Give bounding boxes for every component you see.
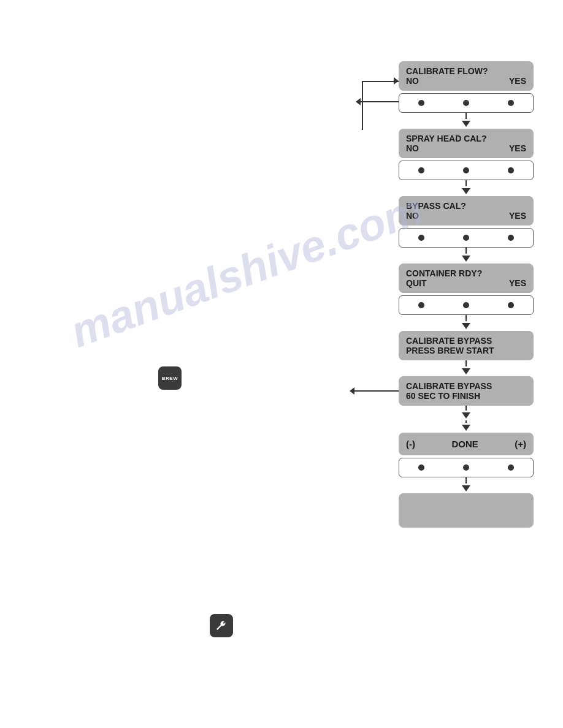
btn-dot — [508, 100, 514, 106]
calibrate-bypass-60-line2: 60 SEC TO FINISH — [406, 391, 480, 401]
arrow-down-2 — [462, 425, 470, 431]
bypass-cal-no: NO — [406, 211, 419, 221]
calibrate-bypass-press-line2: PRESS BREW START — [406, 346, 494, 355]
btn-dot — [418, 100, 424, 106]
connector — [462, 180, 470, 196]
container-rdy-title: CONTAINER RDY? — [406, 268, 482, 278]
btn-dot — [508, 235, 514, 241]
arrow-down — [462, 121, 470, 127]
btn-row-bypass-cal — [399, 228, 534, 248]
calibrate-bypass-60-line1: CALIBRATE BYPASS — [406, 381, 492, 391]
btn-dot — [508, 167, 514, 173]
btn-row-spray-head — [399, 161, 534, 180]
arrow-down — [462, 412, 470, 419]
btn-dot — [463, 464, 469, 471]
calibrate-flow-yes: YES — [509, 76, 526, 86]
container-rdy-quit: QUIT — [406, 278, 426, 288]
btn-row-container-rdy — [399, 295, 534, 315]
spray-head-cal-no: NO — [406, 143, 419, 153]
calibrate-bypass-60-box: CALIBRATE BYPASS 60 SEC TO FINISH — [399, 376, 534, 406]
btn-dot — [463, 235, 469, 241]
btn-dot — [418, 464, 424, 471]
btn-dot — [463, 302, 469, 308]
btn-dot — [508, 464, 514, 471]
arrow-down — [462, 368, 470, 374]
bottom-gray-box — [399, 493, 534, 528]
calibrate-flow-box: CALIBRATE FLOW? NO YES — [399, 61, 534, 91]
btn-row-done — [399, 458, 534, 477]
flowchart: CALIBRATE FLOW? NO YES SPRAY HEAD CAL? N… — [386, 61, 546, 528]
brew-label: BREW — [162, 376, 178, 381]
container-rdy-yes: YES — [509, 278, 526, 288]
btn-dot — [508, 302, 514, 308]
btn-dot — [418, 235, 424, 241]
done-plus: (+) — [515, 439, 526, 449]
bypass-cal-box: BYPASS CAL? NO YES — [399, 196, 534, 226]
spray-head-cal-title: SPRAY HEAD CAL? — [406, 134, 486, 143]
arrow-down — [462, 485, 470, 491]
arrow-down — [462, 323, 470, 329]
arrow-down — [462, 188, 470, 194]
done-label: DONE — [451, 439, 478, 449]
btn-dot — [463, 100, 469, 106]
brew-icon: BREW — [158, 366, 182, 390]
btn-row-calibrate-flow — [399, 93, 534, 113]
arrow-down — [462, 256, 470, 262]
connector — [462, 315, 470, 331]
spray-head-cal-yes: YES — [509, 143, 526, 153]
calibrate-flow-no: NO — [406, 76, 419, 86]
done-minus: (-) — [406, 439, 415, 449]
wrench-icon — [210, 614, 233, 637]
connector — [462, 248, 470, 264]
btn-dot — [418, 302, 424, 308]
calibrate-flow-title: CALIBRATE FLOW? — [406, 66, 488, 76]
calibrate-bypass-press-line1: CALIBRATE BYPASS — [406, 336, 492, 346]
done-box: (-) DONE (+) — [399, 433, 534, 455]
bypass-cal-yes: YES — [509, 211, 526, 221]
connector — [462, 406, 470, 433]
watermark: manualshive.com — [64, 183, 429, 357]
btn-dot — [463, 167, 469, 173]
container-rdy-box: CONTAINER RDY? QUIT YES — [399, 264, 534, 293]
calibrate-bypass-press-box: CALIBRATE BYPASS PRESS BREW START — [399, 331, 534, 360]
spray-head-cal-box: SPRAY HEAD CAL? NO YES — [399, 129, 534, 158]
bypass-cal-title: BYPASS CAL? — [406, 201, 466, 211]
connector — [462, 113, 470, 129]
connector — [462, 477, 470, 493]
connector — [462, 360, 470, 376]
btn-dot — [418, 167, 424, 173]
